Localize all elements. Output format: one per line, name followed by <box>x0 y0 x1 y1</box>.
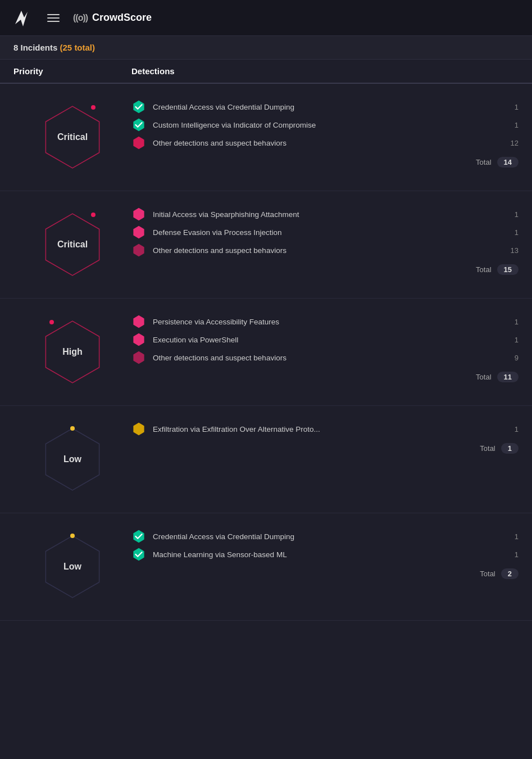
total-row: Total 15 <box>131 264 519 275</box>
detection-count: 1 <box>507 318 519 326</box>
detection-count: 1 <box>507 210 519 219</box>
detection-item[interactable]: Credential Access via Credential Dumping… <box>131 529 519 544</box>
detection-item[interactable]: Other detections and suspect behaviors12 <box>131 135 519 150</box>
crowdscore-label: CrowdScore <box>92 12 152 24</box>
teal-check-icon <box>131 100 146 114</box>
pink-hex-icon <box>131 225 146 240</box>
detection-name: Initial Access via Spearphishing Attachm… <box>153 210 501 219</box>
detection-name: Other detections and suspect behaviors <box>153 354 501 362</box>
detection-name: Other detections and suspect behaviors <box>153 139 501 147</box>
detection-item[interactable]: Machine Learning via Sensor-based ML1 <box>131 547 519 562</box>
svg-point-7 <box>91 213 96 217</box>
priority-cell: Low <box>13 417 131 502</box>
pink-hex-icon <box>131 135 146 150</box>
teal-check-icon <box>131 547 146 562</box>
detection-item[interactable]: Other detections and suspect behaviors9 <box>131 350 519 365</box>
priority-cell: Critical <box>13 202 131 287</box>
priority-label: Low <box>63 562 81 572</box>
incidents-list: Critical Credential Access via Credentia… <box>0 84 532 621</box>
detection-count: 1 <box>507 228 519 237</box>
detection-item[interactable]: Execution via PowerShell1 <box>131 332 519 347</box>
total-badge: 2 <box>501 568 519 579</box>
svg-marker-8 <box>133 208 144 220</box>
priority-label: High <box>62 347 83 357</box>
total-label: Total <box>476 373 491 381</box>
total-badge: 15 <box>497 264 519 275</box>
svg-marker-15 <box>133 351 144 364</box>
detection-item[interactable]: Initial Access via Spearphishing Attachm… <box>131 207 519 222</box>
incident-row[interactable]: High Persistence via Accessibility Featu… <box>0 299 532 406</box>
pink-hex-icon <box>131 207 146 222</box>
detection-count: 13 <box>507 246 519 255</box>
detection-item[interactable]: Other detections and suspect behaviors13 <box>131 243 519 257</box>
total-row: Total 1 <box>131 443 519 454</box>
incident-row[interactable]: Critical Credential Access via Credentia… <box>0 84 532 191</box>
teal-check-icon <box>131 529 146 544</box>
incident-row[interactable]: Low Credential Access via Credential Dum… <box>0 513 532 621</box>
detection-name: Credential Access via Credential Dumping <box>153 532 501 541</box>
total-row: Total 11 <box>131 372 519 382</box>
total-label: Total <box>480 444 495 453</box>
detection-count: 1 <box>507 425 519 433</box>
detections-cell: Persistence via Accessibility Features1 … <box>131 310 519 382</box>
column-headers: Priority Detections <box>0 60 532 84</box>
app-header: ((o)) CrowdScore <box>0 0 532 36</box>
total-count: (25 total) <box>60 43 96 52</box>
svg-point-2 <box>91 105 96 110</box>
detections-cell: Credential Access via Credential Dumping… <box>131 525 519 579</box>
priority-hex: Critical <box>36 208 109 281</box>
svg-marker-18 <box>133 423 144 435</box>
svg-marker-13 <box>133 315 144 328</box>
total-badge: 1 <box>501 443 519 454</box>
detection-name: Defense Evasion via Process Injection <box>153 228 501 237</box>
crowdscore-title: ((o)) CrowdScore <box>73 12 152 24</box>
detection-count: 1 <box>507 550 519 559</box>
priority-label: Critical <box>57 132 88 142</box>
yellow-hex-icon <box>131 422 146 436</box>
svg-marker-22 <box>133 548 144 561</box>
teal-check-icon <box>131 118 146 132</box>
total-badge: 14 <box>497 157 519 168</box>
priority-label: Critical <box>57 240 88 250</box>
detection-item[interactable]: Credential Access via Credential Dumping… <box>131 100 519 114</box>
priority-hex: Low <box>36 423 109 496</box>
logo <box>9 6 34 30</box>
priority-label: Low <box>63 454 81 464</box>
svg-marker-3 <box>133 101 144 113</box>
detection-item[interactable]: Persistence via Accessibility Features1 <box>131 314 519 329</box>
detection-item[interactable]: Exfiltration via Exfiltration Over Alter… <box>131 422 519 436</box>
detection-item[interactable]: Defense Evasion via Process Injection1 <box>131 225 519 240</box>
svg-marker-4 <box>133 119 144 131</box>
total-label: Total <box>476 265 491 274</box>
total-row: Total 14 <box>131 157 519 168</box>
detection-name: Credential Access via Credential Dumping <box>153 103 501 111</box>
summary-bar: 8 Incidents (25 total) <box>0 36 532 60</box>
svg-point-17 <box>70 426 75 431</box>
detection-name: Custom Intelligence via Indicator of Com… <box>153 121 501 129</box>
pink-hex-dark-icon <box>131 350 146 365</box>
pink-hex-icon <box>131 332 146 347</box>
priority-hex: High <box>36 315 109 388</box>
detections-header: Detections <box>131 66 519 76</box>
priority-hex: Critical <box>36 101 109 174</box>
detection-name: Other detections and suspect behaviors <box>153 246 501 255</box>
total-label: Total <box>480 570 495 578</box>
priority-header: Priority <box>13 66 131 76</box>
menu-button[interactable] <box>43 10 64 26</box>
priority-hex: Low <box>36 530 109 603</box>
detection-item[interactable]: Custom Intelligence via Indicator of Com… <box>131 118 519 132</box>
total-label: Total <box>476 158 491 166</box>
detection-count: 9 <box>507 354 519 362</box>
total-badge: 11 <box>497 372 519 382</box>
detection-count: 12 <box>507 139 519 147</box>
svg-marker-9 <box>133 226 144 238</box>
incident-row[interactable]: Critical Initial Access via Spearphishin… <box>0 191 532 299</box>
detection-count: 1 <box>507 336 519 344</box>
svg-point-12 <box>49 320 54 324</box>
incident-row[interactable]: Low Exfiltration via Exfiltration Over A… <box>0 406 532 513</box>
priority-cell: Low <box>13 525 131 609</box>
detection-count: 1 <box>507 121 519 129</box>
detections-cell: Exfiltration via Exfiltration Over Alter… <box>131 417 519 454</box>
pink-hex-dark-icon <box>131 243 146 257</box>
detection-name: Persistence via Accessibility Features <box>153 318 501 326</box>
